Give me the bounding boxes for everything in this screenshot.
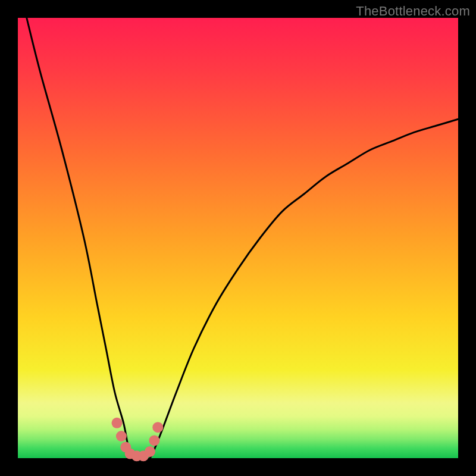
attribution-text: TheBottleneck.com xyxy=(356,4,470,19)
marker-dots xyxy=(112,418,164,462)
marker-dot xyxy=(145,446,155,457)
bottleneck-curve xyxy=(27,18,458,459)
marker-dot xyxy=(116,431,127,441)
marker-dot xyxy=(152,422,163,433)
chart-svg xyxy=(18,18,458,458)
marker-dot xyxy=(149,435,159,446)
marker-dot xyxy=(112,418,123,428)
